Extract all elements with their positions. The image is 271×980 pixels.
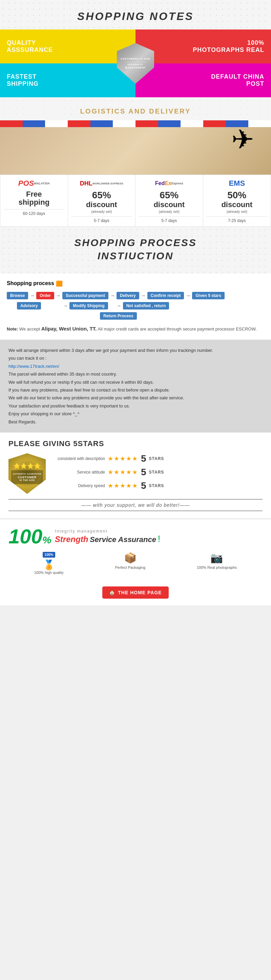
payment-sub: All major credit cards are accepted thro… [98,326,257,331]
stars-count-2: 5 [141,480,146,491]
stripe-red-3 [135,120,158,127]
carrier-dhl: DHLWORLDWIDE EXPRESS 65%discount (alread… [68,175,136,226]
service-text: Service Assurance [90,535,156,544]
ems-note: (already set) [207,210,268,213]
arrow-4: → [141,293,146,298]
stars-unit-0: STARS [149,456,164,461]
arrow-5: → [185,293,190,298]
strength-service-row: Strength Service Assurance ! [55,533,160,544]
ems-rate: 50%discount [207,190,268,209]
giving-content: ⭐⭐⭐⭐ AUTHENTIC GUARANTEE CUSTOMER IS THE… [8,453,263,494]
browse-box: Browse [7,292,28,299]
info-line-4: The parcel will delivered within 35 days… [8,370,263,378]
support-text: —— with your support, we will do better!… [8,499,263,511]
pos-days: 60-120 days [4,209,64,216]
carrier-ems: EMS 50%discount (already set) 7-25 days [203,175,271,226]
shipping-grid: POSMALAYSIA Freeshipping 60-120 days DHL… [0,175,271,227]
stars-unit-2: STARS [149,484,164,488]
info-line-6: If you have any problems, please feel fr… [8,386,263,394]
feature-quality: 100% 🏅 100% high quality [34,552,64,574]
mail-stripes [0,120,271,127]
giving-section: PLEASE GIVING 5STARS ⭐⭐⭐⭐ AUTHENTIC GUAR… [0,433,271,518]
pos-rate: Freeshipping [4,190,64,207]
logistics-banner: ✈ [0,120,271,175]
quality-assurance-section: 100% Integrity management Strength Servi… [0,518,271,605]
star-label-0: consistent with description [51,456,105,461]
process-flow-section: Shopping process 🟧 Browse → Order → Succ… [0,274,271,340]
assurance-text: Integrity management Strength Service As… [55,529,160,544]
return-process-box: Return Process [100,312,137,320]
stars-0: ★★★★★ [108,455,138,462]
info-line-3: http://www.17track.net/en/ [8,363,263,370]
photographs-label: 100% PHOTOGRAPHS REAL [193,39,264,54]
shield-shape: CUSTOMERS IS GOD INTEGRITY MANAGEMENT [117,43,154,84]
stripe-white-3 [181,120,203,127]
photos-label: 100% Real photographs [197,565,237,570]
header-section: SHOPPING NOTES [0,0,271,30]
quality-grid: QUALITY ASSSURANCE 100% PHOTOGRAPHS REAL… [0,30,271,97]
quality-label: QUALITY ASSSURANCE [7,39,53,54]
stars-2: ★★★★★ [108,482,138,490]
badge-line1: AUTHENTIC GUARANTEE [13,473,41,475]
carrier-pos: POSMALAYSIA Freeshipping 60-120 days [0,175,68,226]
logistics-title: LOGISTICS AND DELIVERY [0,107,271,115]
badge-inner: AUTHENTIC GUARANTEE CUSTOMER IS THE GOD [11,470,43,484]
shield-text: CUSTOMERS IS GOD INTEGRITY MANAGEMENT [120,57,150,70]
star-row-1: Service attitude ★★★★★ 5 STARS [51,467,263,477]
confirm-receipt-box: Confirm receipt [147,292,184,299]
home-button[interactable]: 🏠 THE HOME PAGE [102,587,168,599]
flow-row-1: Browse → Order → Successful payment → De… [7,292,264,299]
feature-packaging: 📦 Perfect Packaging [115,552,145,574]
arrow-7: → [117,303,121,309]
shipping-label: FASTEST SHIPPING [7,73,39,88]
flow-row-2: Advisory → Modify Shipping → Not satisfi… [17,302,264,310]
star-label-2: Delivery speed [51,484,105,488]
stripe-white-2 [113,120,135,127]
payment-methods: Alipay, West Union, TT. [41,326,97,331]
process-emoji: 🟧 [56,280,63,287]
stripe-white-1 [45,120,68,127]
dhl-days: 5-7 days [71,216,132,223]
stripe-red-2 [68,120,90,127]
guarantee-badge: ⭐⭐⭐⭐ AUTHENTIC GUARANTEE CUSTOMER IS THE… [8,453,46,494]
successful-payment-box: Successful payment [62,292,108,299]
home-button-label: THE HOME PAGE [118,590,162,595]
packaging-label: Perfect Packaging [115,565,145,570]
exclaim: ! [157,533,160,544]
process-title-1: SHOPPING PROCESS [7,237,264,248]
features-row: 100% 🏅 100% high quality 📦 Perfect Packa… [8,552,263,574]
delivery-box: Delivery [117,292,139,299]
home-icon: 🏠 [109,590,115,595]
star-row-2: Delivery speed ★★★★★ 5 STARS [51,480,263,491]
stars-count-0: 5 [141,453,146,464]
fedex-logo: FedExExpress [139,178,200,188]
info-line-10: Best Regards. [8,418,263,426]
advisory-box: Advisory [17,302,41,310]
big-100: 100% [8,527,51,547]
arrow-6: → [63,303,68,309]
stripe-red-4 [203,120,226,127]
camera-icon: 📷 [197,552,237,564]
given-5-stars-box: Given 5 stars [192,292,224,299]
stars-1: ★★★★★ [108,468,138,476]
stars-unit-1: STARS [149,470,164,474]
star-row-0: consistent with description ★★★★★ 5 STAR… [51,453,263,464]
info-line-9: Enjoy your shopping in our store ^_^ [8,410,263,418]
quality-label: 100% high quality [34,571,64,574]
integrity-text: Integrity management [55,529,160,533]
stripe-blue-3 [158,120,181,127]
track-link[interactable]: http://www.17track.net/en/ [8,364,59,369]
stripe-blue-2 [90,120,113,127]
note-label: Note: [7,326,18,331]
logistics-section: LOGISTICS AND DELIVERY ✈ POSMALAYSIA Fre… [0,97,271,227]
shield-badge: CUSTOMERS IS GOD INTEGRITY MANAGEMENT [115,41,156,86]
dhl-rate: 65%discount [71,190,132,209]
fedex-rate: 65%discount [139,190,200,209]
process-title-2: INSTIUCTION [7,250,264,262]
process-section: SHOPPING PROCESS INSTIUCTION [0,227,271,274]
carrier-fedex: FedExExpress 65%discount (already set) 5… [135,175,203,226]
stripe-red-1 [0,120,23,127]
arrow-3: → [110,293,115,298]
fedex-days: 5-7 days [139,216,200,223]
info-line-8: Your satisfaction and positive feedback … [8,402,263,410]
